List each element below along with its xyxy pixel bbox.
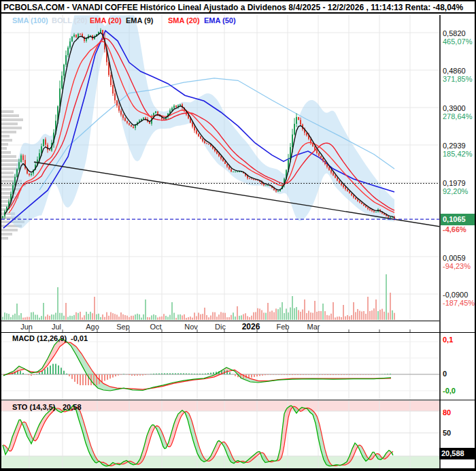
price-axis-percent: -187,45%	[443, 299, 475, 307]
x-axis-month-label: Jun	[20, 323, 33, 331]
main-chart-area[interactable]	[1, 15, 441, 321]
macd-axis-label: 0,1	[443, 336, 453, 344]
x-axis-month-label: Jul	[52, 323, 61, 331]
price-axis-percent: 465,07%	[443, 37, 472, 46]
macd-axis-label: -0,0	[443, 387, 456, 395]
x-axis-month-label: Nov	[184, 323, 198, 331]
last-price-pct: -4,66%	[443, 225, 466, 233]
macd-panel-area[interactable]	[1, 333, 441, 400]
price-axis-percent: 185,42%	[443, 150, 472, 158]
price-axis-value: 0,5820	[443, 29, 466, 37]
x-axis-month-label: Sep	[116, 323, 130, 331]
price-axis-percent: 278,64%	[443, 112, 472, 120]
price-axis-percent: 371,85%	[443, 75, 472, 83]
price-axis-value: 0,3900	[443, 104, 466, 112]
price-axis-value: -0,0900	[443, 291, 468, 299]
x-axis-month-label: Feb	[277, 323, 290, 331]
x-axis-month-label: Ago	[86, 323, 99, 331]
price-axis-value: 0,2939	[443, 142, 466, 150]
x-axis-month-label: Dic	[215, 323, 226, 331]
chart-window: PCBOLSA.COM - VANADI COFFEE Histórico Li…	[0, 0, 476, 471]
price-axis-percent: 92,20%	[443, 187, 468, 195]
price-axis-value: 0,1979	[443, 179, 466, 187]
sto-panel-area[interactable]	[1, 400, 441, 468]
x-axis-month-label: 2026	[242, 323, 260, 331]
last-price-badge: 0,1065	[441, 214, 475, 225]
x-axis-month-label: Oct	[150, 323, 161, 331]
price-axis-value: 0,4860	[443, 67, 466, 75]
sto-axis-label: 50	[443, 429, 451, 437]
sto-value-badge: 20,588	[439, 448, 475, 459]
sto-axis-label: 80	[443, 408, 451, 417]
price-axis-percent: -94,23%	[443, 262, 471, 270]
macd-axis-label: 0	[443, 370, 447, 378]
x-axis-month-label: Mar	[307, 323, 320, 331]
price-axis-value: 0,0059	[443, 254, 466, 262]
